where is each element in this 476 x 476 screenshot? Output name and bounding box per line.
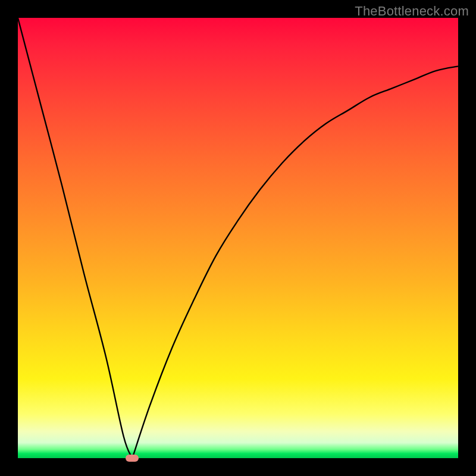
plot-area — [18, 18, 458, 458]
optimum-marker — [126, 455, 139, 462]
watermark-text: TheBottleneck.com — [355, 4, 469, 19]
curve-right — [132, 66, 458, 458]
chart-frame: TheBottleneck.com — [0, 0, 476, 476]
curve-left — [18, 18, 132, 458]
bottleneck-curve — [18, 18, 458, 458]
